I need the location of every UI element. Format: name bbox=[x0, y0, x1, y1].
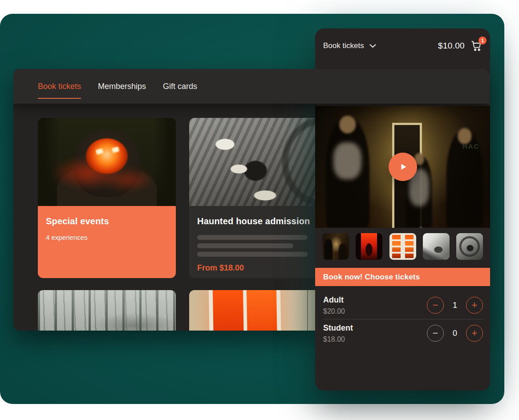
ticket-row-student: Student $18.00 − 0 + bbox=[315, 319, 490, 347]
foggy-forest-image bbox=[38, 290, 176, 331]
tab-memberships[interactable]: Memberships bbox=[98, 82, 146, 91]
play-button[interactable] bbox=[389, 153, 417, 181]
cart-total: $10.00 bbox=[438, 41, 465, 51]
quantity-value: 0 bbox=[452, 329, 458, 338]
window-pane bbox=[246, 290, 277, 331]
ticket-price: $18.00 bbox=[323, 335, 353, 343]
desktop-tab-bar: Book tickets Memberships Gift cards bbox=[13, 69, 490, 104]
description-skeleton bbox=[197, 235, 319, 257]
page: Book tickets Memberships Gift cards Spec… bbox=[0, 0, 519, 420]
ticket-info: Adult $20.00 bbox=[323, 295, 345, 315]
skeleton-line bbox=[197, 252, 308, 257]
quantity-stepper-adult: − 1 + bbox=[427, 297, 483, 314]
ticket-name: Adult bbox=[323, 295, 345, 305]
plus-icon: + bbox=[472, 300, 478, 310]
decrease-button[interactable]: − bbox=[427, 297, 444, 314]
tab-book-tickets[interactable]: Book tickets bbox=[38, 82, 81, 91]
skeleton-line bbox=[197, 235, 308, 240]
card-price: From $18.00 bbox=[197, 263, 319, 273]
card-fire-window[interactable] bbox=[189, 290, 327, 331]
card-subtitle: 4 experiences bbox=[46, 234, 168, 241]
dropdown-label: Book tickets bbox=[323, 41, 364, 50]
ticket-price: $20.00 bbox=[323, 307, 345, 315]
zombie-silhouette bbox=[326, 118, 369, 228]
chevron-down-icon bbox=[369, 44, 376, 48]
increase-button[interactable]: + bbox=[466, 297, 483, 314]
gallery-thumbnails bbox=[315, 228, 490, 260]
skeleton-line bbox=[197, 243, 293, 248]
card-title: Haunted house admission bbox=[197, 216, 319, 226]
ticket-row-adult: Adult $20.00 − 1 + bbox=[315, 291, 490, 319]
tab-gift-cards[interactable]: Gift cards bbox=[163, 82, 197, 91]
window-pane bbox=[212, 290, 243, 331]
plus-icon: + bbox=[472, 328, 478, 338]
staircase-image bbox=[189, 118, 327, 206]
book-now-banner: Book now! Choose tickets bbox=[315, 268, 490, 286]
gallery-thumbnail-2[interactable] bbox=[356, 233, 382, 260]
card-haunted-house[interactable]: Haunted house admission From $18.00 bbox=[189, 118, 327, 278]
book-tickets-dropdown[interactable]: Book tickets bbox=[323, 41, 376, 50]
hanging-cord-shape bbox=[307, 290, 308, 331]
gallery-thumbnail-3[interactable] bbox=[389, 233, 416, 260]
card-title: Special events bbox=[46, 216, 168, 226]
event-video[interactable]: HAC bbox=[315, 106, 490, 228]
card-forest[interactable] bbox=[38, 290, 176, 331]
decrease-button[interactable]: − bbox=[427, 325, 444, 342]
pumpkin-figure-image bbox=[38, 118, 176, 206]
ticket-name: Student bbox=[323, 323, 353, 333]
cart-badge: 1 bbox=[478, 36, 487, 44]
card-special-events[interactable]: Special events 4 experiences bbox=[38, 118, 176, 278]
experience-card-grid: Special events 4 experiences Haunted hou… bbox=[38, 118, 327, 331]
cart-button[interactable]: $10.00 1 bbox=[438, 40, 483, 52]
minus-icon: − bbox=[433, 328, 438, 338]
play-icon bbox=[397, 162, 408, 172]
quantity-value: 1 bbox=[452, 301, 458, 310]
gallery-thumbnail-1[interactable] bbox=[322, 233, 349, 260]
increase-button[interactable]: + bbox=[466, 325, 483, 342]
wall-graffiti: HAC bbox=[462, 142, 480, 150]
minus-icon: − bbox=[433, 300, 438, 310]
quantity-stepper-student: − 0 + bbox=[427, 325, 483, 342]
gallery-thumbnail-4[interactable] bbox=[423, 233, 450, 260]
jack-o-lantern-face bbox=[86, 138, 128, 174]
panel-nav: Book tickets $10.00 1 bbox=[315, 28, 490, 52]
cart-icon: 1 bbox=[470, 40, 483, 52]
window-frame-shape bbox=[208, 290, 283, 331]
ticket-info: Student $18.00 bbox=[323, 323, 353, 343]
gallery-thumbnail-5[interactable] bbox=[456, 233, 483, 260]
burning-window-image bbox=[189, 290, 327, 331]
banner-label: Book now! Choose tickets bbox=[323, 273, 420, 282]
